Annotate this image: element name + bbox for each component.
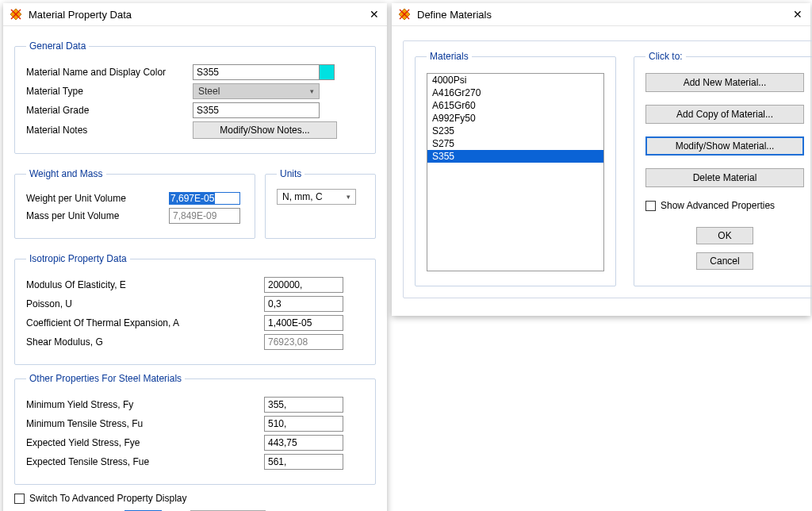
mpuv-input[interactable] [169,208,240,224]
u-input[interactable] [264,296,343,312]
group-steel-props: Other Properties For Steel Materials Min… [14,373,376,485]
material-grade-input[interactable] [193,102,320,118]
label-fye: Expected Yield Stress, Fye [26,437,264,448]
add-copy-material-button[interactable]: Add Copy of Material... [645,105,804,124]
delete-material-button[interactable]: Delete Material [645,168,804,187]
close-icon[interactable]: ✕ [793,8,802,21]
group-legend: Materials [427,51,472,62]
list-item[interactable]: S275 [427,137,603,150]
label-material-grade: Material Grade [26,105,193,116]
define-materials-dialog: Define Materials ✕ Materials 4000PsiA416… [392,3,810,316]
group-weight-mass: Weight and Mass Weight per Unit Volume 7… [14,168,255,239]
fu-input[interactable] [264,416,343,432]
group-legend: General Data [26,40,89,52]
material-type-combo[interactable]: Steel ▾ [193,83,320,99]
materials-listbox[interactable]: 4000PsiA416Gr270A615Gr60A992Fy50S235S275… [427,73,604,271]
fy-input[interactable] [264,397,343,413]
app-icon [10,8,22,21]
label-wpuv: Weight per Unit Volume [26,193,169,204]
advanced-toggle-checkbox[interactable] [14,494,25,504]
dialog-title: Material Property Data [29,9,132,21]
show-advanced-label: Show Advanced Properties [661,200,775,211]
e-input[interactable] [264,277,343,293]
dialog-title: Define Materials [417,9,492,21]
group-click-to: Click to: Add New Material... Add Copy o… [634,51,812,286]
list-item[interactable]: A416Gr270 [427,86,603,99]
list-item[interactable]: A992Fy50 [427,112,603,125]
wpuv-input[interactable]: 7,697E-05 [169,192,240,205]
group-legend: Units [277,168,304,179]
group-units: Units N, mm, C ▾ [265,168,376,239]
label-fu: Minimum Tensile Stress, Fu [26,418,264,429]
ok-button[interactable]: OK [696,227,753,244]
combo-value: Steel [198,86,220,97]
group-general: General Data Material Name and Display C… [14,40,376,154]
fue-input[interactable] [264,454,343,470]
fye-input[interactable] [264,435,343,451]
list-item[interactable]: A615Gr60 [427,99,603,112]
titlebar: Define Materials ✕ [392,3,810,26]
group-materials-list: Materials 4000PsiA416Gr270A615Gr60A992Fy… [415,51,616,286]
label-fue: Expected Tensile Stress, Fue [26,456,264,467]
list-item[interactable]: S235 [427,125,603,137]
units-combo[interactable]: N, mm, C ▾ [277,189,356,205]
label-e: Modulus Of Elasticity, E [26,279,264,290]
label-a: Coefficient Of Thermal Expansion, A [26,317,264,328]
group-legend: Weight and Mass [26,168,106,179]
label-material-notes: Material Notes [26,125,193,136]
label-u: Poisson, U [26,298,264,309]
material-property-dialog: Material Property Data ✕ General Data Ma… [3,3,387,511]
cancel-button[interactable]: Cancel [696,252,753,270]
titlebar: Material Property Data ✕ [3,3,387,26]
show-advanced-checkbox[interactable] [645,201,656,211]
label-fy: Minimum Yield Stress, Fy [26,399,264,410]
group-define-outer: Materials 4000PsiA416Gr270A615Gr60A992Fy… [403,40,812,298]
group-legend: Click to: [645,51,686,62]
combo-value: N, mm, C [282,191,323,202]
app-icon [398,8,411,21]
wpuv-value: 7,697E-05 [170,193,215,204]
group-legend: Isotropic Property Data [26,253,130,264]
group-isotropic: Isotropic Property Data Modulus Of Elast… [14,253,376,365]
label-mpuv: Mass per Unit Volume [26,210,169,221]
add-new-material-button[interactable]: Add New Material... [645,73,804,92]
group-legend: Other Properties For Steel Materials [26,373,185,384]
label-g: Shear Modulus, G [26,336,264,348]
label-material-name: Material Name and Display Color [26,67,193,78]
a-input[interactable] [264,315,343,331]
modify-notes-button[interactable]: Modify/Show Notes... [193,121,337,139]
chevron-down-icon: ▾ [347,193,350,201]
display-color-swatch[interactable] [319,64,335,80]
label-material-type: Material Type [26,86,193,97]
list-item[interactable]: S355 [427,150,603,163]
material-name-input[interactable] [193,64,320,80]
g-input[interactable] [264,334,343,350]
modify-show-material-button[interactable]: Modify/Show Material... [645,136,804,156]
advanced-toggle-label: Switch To Advanced Property Display [29,493,187,504]
list-item[interactable]: 4000Psi [427,74,603,86]
close-icon[interactable]: ✕ [370,8,379,21]
chevron-down-icon: ▾ [310,87,314,95]
